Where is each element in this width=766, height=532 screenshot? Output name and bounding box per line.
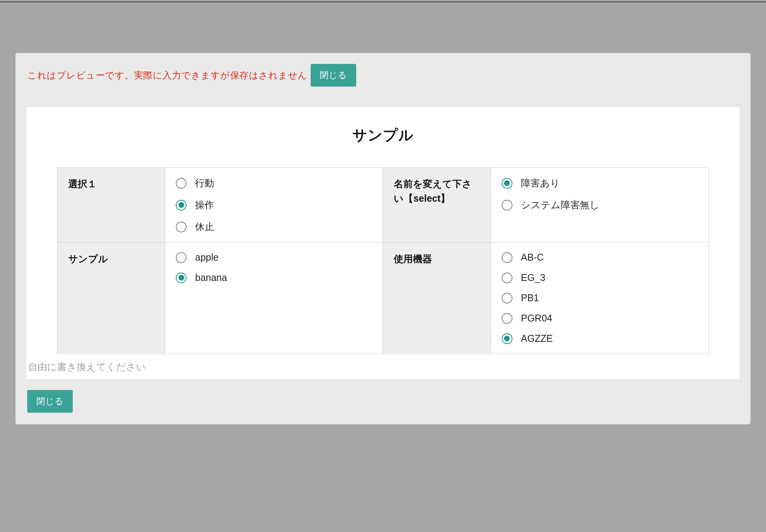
radio-option[interactable]: 操作 [176, 199, 372, 211]
header-row: これはプレビューです。実際に入力できますが保存はされません 閉じる [16, 64, 750, 86]
table-row: 選択１行動操作休止名前を変えて下さい【select】障害ありシステム障害無し [57, 168, 709, 243]
radio-option-label: AB-C [521, 252, 544, 263]
radio-icon [176, 222, 187, 232]
radio-option[interactable]: apple [176, 252, 372, 263]
radio-icon [502, 293, 512, 304]
form-table: 選択１行動操作休止名前を変えて下さい【select】障害ありシステム障害無しサン… [57, 167, 709, 354]
radio-icon [176, 200, 187, 211]
radio-icon [502, 333, 512, 344]
group-options-cell: AB-CEG_3PB1PGR04AGZZE [491, 243, 709, 354]
radio-option[interactable]: 休止 [176, 220, 372, 233]
radio-option-label: 操作 [195, 199, 214, 211]
radio-option-label: 行動 [195, 177, 214, 189]
close-button-top[interactable]: 閉じる [311, 64, 356, 86]
radio-option-label: PB1 [521, 292, 539, 304]
radio-option[interactable]: PGR04 [502, 313, 698, 324]
group-label-cell: サンプル [57, 243, 165, 354]
radio-option[interactable]: EG_3 [502, 272, 698, 283]
radio-icon [502, 200, 512, 211]
radio-option[interactable]: 障害あり [502, 177, 698, 189]
table-row: サンプルapplebanana使用機器AB-CEG_3PB1PGR04AGZZE [57, 243, 709, 354]
radio-option-label: 障害あり [521, 177, 560, 189]
radio-option-label: EG_3 [521, 272, 545, 283]
radio-option-label: apple [195, 252, 218, 263]
close-button-bottom[interactable]: 閉じる [27, 390, 73, 413]
group-options-cell: 行動操作休止 [165, 168, 383, 243]
radio-icon [502, 273, 512, 283]
radio-option[interactable]: banana [176, 272, 372, 283]
group-label-cell: 名前を変えて下さい【select】 [383, 168, 491, 243]
radio-icon [176, 273, 187, 283]
group-label-cell: 選択１ [57, 168, 165, 243]
radio-option[interactable]: システム障害無し [502, 199, 698, 211]
form-title: サンプル [26, 126, 740, 145]
radio-icon [502, 313, 512, 324]
group-options-cell: 障害ありシステム障害無し [491, 168, 709, 243]
footer-note: 自由に書き換えてください [26, 354, 740, 379]
radio-option-label: PGR04 [521, 313, 552, 324]
page-top-divider [0, 2, 766, 2]
radio-option[interactable]: AB-C [502, 252, 698, 263]
group-options-cell: applebanana [165, 243, 383, 354]
radio-icon [502, 178, 512, 189]
group-label-cell: 使用機器 [383, 243, 491, 354]
radio-option-label: 休止 [195, 220, 214, 233]
radio-option-label: AGZZE [521, 333, 553, 344]
radio-option[interactable]: AGZZE [502, 333, 698, 344]
main-container: これはプレビューです。実際に入力できますが保存はされません 閉じる サンプル 選… [15, 53, 751, 424]
radio-option-label: システム障害無し [521, 199, 599, 211]
radio-icon [502, 252, 512, 263]
preview-warning-text: これはプレビューです。実際に入力できますが保存はされません [27, 69, 308, 82]
radio-option[interactable]: 行動 [176, 177, 372, 189]
radio-option-label: banana [195, 272, 227, 283]
form-panel: サンプル 選択１行動操作休止名前を変えて下さい【select】障害ありシステム障… [26, 107, 740, 379]
radio-icon [176, 252, 187, 263]
radio-option[interactable]: PB1 [502, 292, 698, 304]
radio-icon [176, 178, 187, 189]
